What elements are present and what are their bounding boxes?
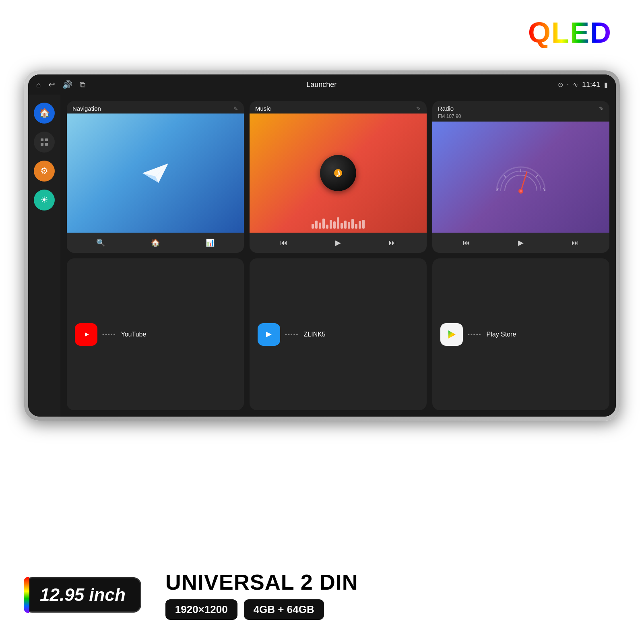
music-note-icon: ♪ <box>335 167 341 180</box>
navigation-card-image <box>67 114 244 233</box>
svg-rect-2 <box>41 143 43 146</box>
size-badge: 12.95 inch <box>24 577 141 613</box>
music-prev-button[interactable]: ⏮ <box>277 237 291 249</box>
sidebar: 🏠 ⚙ ☀ <box>28 95 60 417</box>
main-content: 🏠 ⚙ ☀ Navigation <box>28 95 616 417</box>
battery-icon: ▮ <box>604 81 608 89</box>
svg-rect-1 <box>45 138 48 141</box>
volume-status-icon[interactable]: 🔊 <box>62 80 72 89</box>
device-screen: ⌂ ↩ 🔊 ⧉ Launcher ⊙ · ∿ 11:41 ▮ 🏠 <box>28 74 616 417</box>
sidebar-brightness-button[interactable]: ☀ <box>34 190 55 211</box>
universal-title: UNIVERSAL 2 DIN <box>165 570 620 594</box>
radio-card-controls: ⏮ ▶ ⏭ <box>432 233 609 253</box>
zlink-icon <box>258 323 280 346</box>
windows-status-icon[interactable]: ⧉ <box>80 80 85 89</box>
music-disc: ♪ <box>320 155 356 191</box>
status-bar-right: ⊙ · ∿ 11:41 ▮ <box>558 80 608 89</box>
qled-badge: QLED <box>528 16 612 49</box>
wifi-icon: ∿ <box>573 81 578 89</box>
device-frame: ⌂ ↩ 🔊 ⧉ Launcher ⊙ · ∿ 11:41 ▮ 🏠 <box>24 70 620 421</box>
youtube-icon <box>75 323 97 346</box>
youtube-label: YouTube <box>121 331 147 338</box>
zlink-card[interactable]: ••••• ZLINK5 <box>250 258 427 410</box>
radio-card[interactable]: Radio ✎ FM 107.90 <box>432 101 609 253</box>
radio-card-header: Radio ✎ <box>432 101 609 114</box>
sidebar-home-button[interactable]: 🏠 <box>34 103 55 124</box>
sidebar-apps-button[interactable] <box>34 132 55 153</box>
sidebar-settings-button[interactable]: ⚙ <box>34 161 55 182</box>
playstore-card[interactable]: ••••• Play Store <box>432 258 609 410</box>
youtube-dots: ••••• <box>102 331 116 338</box>
radio-prev-button[interactable]: ⏮ <box>460 237 473 249</box>
svg-rect-0 <box>41 138 43 141</box>
svg-line-8 <box>504 175 506 178</box>
music-next-button[interactable]: ⏭ <box>386 237 399 249</box>
bottom-section: 12.95 inch UNIVERSAL 2 DIN 1920×1200 4GB… <box>24 570 620 620</box>
music-card[interactable]: Music ✎ ♪ <box>250 101 427 253</box>
rainbow-stripe <box>24 577 29 613</box>
playstore-label: Play Store <box>487 331 516 338</box>
navigation-card-title: Navigation <box>72 105 101 112</box>
svg-rect-3 <box>45 143 48 146</box>
time-display: 11:41 <box>582 80 600 89</box>
navigation-edit-icon[interactable]: ✎ <box>233 105 238 112</box>
music-card-header: Music ✎ <box>250 101 427 114</box>
dot-icon: · <box>567 81 569 88</box>
location-icon: ⊙ <box>558 81 563 89</box>
status-bar: ⌂ ↩ 🔊 ⧉ Launcher ⊙ · ∿ 11:41 ▮ <box>28 74 616 95</box>
radio-card-title: Radio <box>438 105 454 112</box>
home-status-icon[interactable]: ⌂ <box>36 80 41 89</box>
nav-stats-button[interactable]: 📊 <box>202 237 218 249</box>
app-grid: Navigation ✎ 🔍 🏠 📊 <box>60 95 616 417</box>
music-bars <box>250 217 427 229</box>
size-text: 12.95 inch <box>40 585 126 605</box>
svg-point-14 <box>520 190 522 192</box>
nav-search-button[interactable]: 🔍 <box>93 237 108 249</box>
svg-line-10 <box>536 175 538 178</box>
navigation-card-header: Navigation ✎ <box>67 101 244 114</box>
memory-badge: 4GB + 64GB <box>244 599 324 620</box>
music-play-button[interactable]: ▶ <box>332 237 344 249</box>
music-card-image: ♪ <box>250 114 427 233</box>
radio-next-button[interactable]: ⏭ <box>568 237 582 249</box>
youtube-card[interactable]: ••••• YouTube <box>67 258 244 410</box>
status-bar-title: Launcher <box>306 80 336 89</box>
resolution-badge: 1920×1200 <box>165 599 237 620</box>
music-card-title: Music <box>255 105 271 112</box>
spec-badges: 1920×1200 4GB + 64GB <box>165 599 620 620</box>
status-bar-left: ⌂ ↩ 🔊 ⧉ <box>36 80 85 89</box>
zlink-label: ZLINK5 <box>304 331 326 338</box>
radio-edit-icon[interactable]: ✎ <box>599 105 604 112</box>
nav-home-button[interactable]: 🏠 <box>148 237 163 249</box>
zlink-dots: ••••• <box>285 331 299 338</box>
radio-card-image <box>432 122 609 233</box>
playstore-dots: ••••• <box>468 331 482 338</box>
radio-freq: FM 107.90 <box>432 114 609 122</box>
music-card-controls: ⏮ ▶ ⏭ <box>250 233 427 253</box>
playstore-icon <box>440 323 463 346</box>
navigation-card[interactable]: Navigation ✎ 🔍 🏠 📊 <box>67 101 244 253</box>
music-edit-icon[interactable]: ✎ <box>416 105 421 112</box>
universal-section: UNIVERSAL 2 DIN 1920×1200 4GB + 64GB <box>165 570 620 620</box>
radio-play-button[interactable]: ▶ <box>515 237 527 249</box>
navigation-card-controls: 🔍 🏠 📊 <box>67 233 244 253</box>
back-status-icon[interactable]: ↩ <box>48 80 55 89</box>
